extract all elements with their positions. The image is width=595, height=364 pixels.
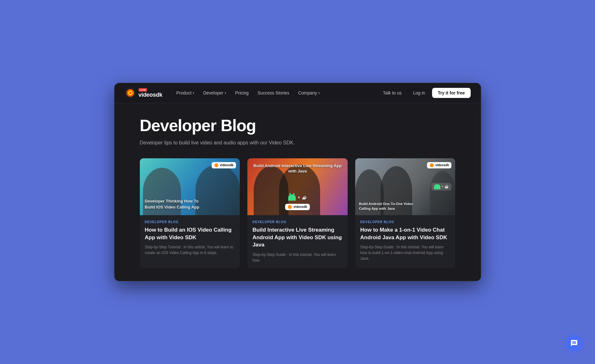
- browser-frame: LIVE videosdk Product ▾ Developer ▾ Pric…: [114, 83, 481, 281]
- chat-icon: [570, 339, 578, 347]
- try-free-button[interactable]: Try it for free: [432, 88, 471, 98]
- card-2-body: DEVELOPER BLOG Build Interactive Live St…: [247, 215, 348, 268]
- logo[interactable]: LIVE videosdk: [125, 87, 163, 99]
- card-2-description: Step-by-Step Guide : In this tutorial, Y…: [252, 252, 343, 263]
- page-content: Developer Blog Developer tips to build l…: [115, 103, 481, 281]
- card-2[interactable]: Build Android Interactive Live Streaming…: [247, 158, 348, 268]
- nav-product[interactable]: Product ▾: [172, 88, 198, 97]
- card-3-title: How to Make a 1-on-1 Video Chat Android …: [360, 226, 450, 241]
- page-subtitle: Developer tips to build live video and a…: [140, 140, 361, 146]
- nav-links: Product ▾ Developer ▾ Pricing Success St…: [172, 88, 368, 97]
- svg-point-12: [431, 165, 432, 166]
- svg-point-6: [216, 165, 217, 166]
- card-1[interactable]: Developer Thinking How To Build IOS Vide…: [140, 158, 240, 268]
- card-2-badge: videosdk: [285, 204, 310, 210]
- card-3-description: Step-by-Step Guide : In this tutorial, Y…: [360, 244, 450, 261]
- chevron-down-icon: ▾: [225, 91, 226, 95]
- nav-right: Talk to us Log in Try it for free: [379, 88, 471, 98]
- card-2-tech-icons: + ☕: [288, 194, 307, 201]
- login-button[interactable]: Log in: [409, 88, 430, 97]
- logo-icon: [125, 87, 136, 99]
- card-2-thumb-title: Build Android Interactive Live Streaming…: [252, 163, 343, 174]
- nav-developer[interactable]: Developer ▾: [199, 88, 230, 97]
- talk-to-us-button[interactable]: Talk to us: [379, 88, 406, 97]
- live-badge: LIVE: [139, 88, 147, 92]
- card-1-description: Step-by-Step Tutorial : In this article,…: [145, 244, 235, 256]
- svg-point-3: [129, 92, 131, 94]
- card-3-thumbnail: videosdk + ☕ Build Android One-To-One Vi…: [355, 158, 456, 215]
- card-1-badge: videosdk: [212, 162, 236, 168]
- card-2-category: DEVELOPER BLOG: [252, 220, 343, 224]
- logo-name: videosdk: [139, 92, 163, 98]
- nav-success-stories[interactable]: Success Stories: [254, 88, 293, 97]
- card-1-thumb-text: Developer Thinking How To Build IOS Vide…: [145, 198, 202, 210]
- chevron-down-icon: ▾: [193, 91, 194, 95]
- card-3-thumb-text: Build Android One-To-One Video Calling A…: [359, 202, 422, 211]
- chat-button[interactable]: [566, 335, 582, 351]
- card-1-thumbnail: Developer Thinking How To Build IOS Vide…: [140, 158, 240, 215]
- svg-point-9: [289, 206, 291, 208]
- card-1-category: DEVELOPER BLOG: [145, 220, 235, 224]
- logo-text: LIVE videosdk: [139, 88, 163, 98]
- card-1-title: How to Build an IOS Video Calling App wi…: [145, 226, 235, 241]
- navbar: LIVE videosdk Product ▾ Developer ▾ Pric…: [115, 83, 481, 103]
- nav-pricing[interactable]: Pricing: [231, 88, 252, 97]
- card-3-badge: videosdk: [427, 162, 451, 168]
- chevron-down-icon: ▾: [318, 91, 320, 95]
- card-2-thumbnail: Build Android Interactive Live Streaming…: [247, 158, 348, 215]
- nav-company[interactable]: Company ▾: [294, 88, 324, 97]
- cards-grid: Developer Thinking How To Build IOS Vide…: [140, 158, 456, 268]
- card-3-category: DEVELOPER BLOG: [360, 220, 450, 224]
- page-title: Developer Blog: [140, 116, 456, 135]
- card-1-body: DEVELOPER BLOG How to Build an IOS Video…: [140, 215, 240, 261]
- card-2-title: Build Interactive Live Streaming Android…: [252, 226, 343, 249]
- card-3[interactable]: videosdk + ☕ Build Android One-To-One Vi…: [355, 158, 456, 268]
- card-3-body: DEVELOPER BLOG How to Make a 1-on-1 Vide…: [355, 215, 456, 267]
